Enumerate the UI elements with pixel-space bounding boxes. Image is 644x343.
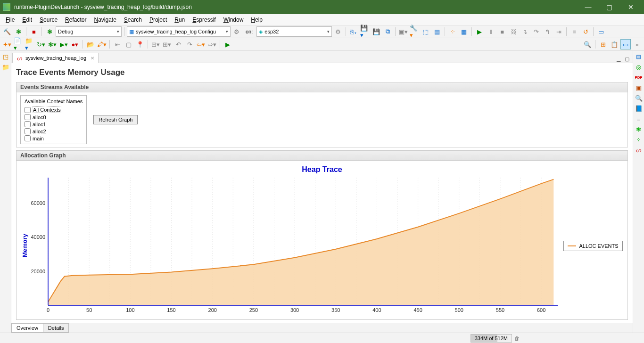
highlight-icon[interactable]: 🖍▾ [97,39,107,49]
target-dropdown[interactable]: ◈esp32 [256,26,332,37]
instr-step-icon[interactable]: ≡ [569,26,579,37]
allocation-chart: 2000040000600000501001502002503003504004… [29,175,562,317]
open-icon[interactable]: 📂 [85,39,96,49]
tool-a-icon[interactable]: ▣▾ [398,26,408,37]
pause-icon[interactable]: ⏸ [486,26,496,37]
svg-text:550: 550 [496,307,504,313]
wrench-icon[interactable]: 🔧▾ [409,26,420,37]
grid-icon[interactable]: ▦ [459,26,469,37]
context-checkbox-all-contexts[interactable]: All Contexts [24,106,83,114]
persp-b-icon[interactable]: 📋 [609,39,619,49]
r-icon-search[interactable]: 🔍 [635,94,643,102]
pin-icon[interactable]: 📍 [135,39,145,49]
disconnect-icon[interactable]: ⛓ [508,26,519,37]
perspective-dropdown[interactable]: Debug [56,26,122,37]
step-x-icon[interactable]: ⇥ [553,26,564,37]
gear2-icon[interactable]: ⚙ [333,26,343,37]
redo-icon[interactable]: ↷ [184,39,195,49]
menu-window[interactable]: Window [220,15,248,24]
search-icon[interactable]: 🔍 [582,39,593,49]
new-file-icon[interactable]: 📄▾ [13,39,24,49]
bug2-icon[interactable]: ❃▾ [47,39,58,49]
menu-search[interactable]: Search [120,15,146,24]
persp-more-icon[interactable]: » [632,39,642,49]
menu-espressif[interactable]: Espressif [189,15,219,24]
binary-icon[interactable]: ⬚ [421,26,431,37]
stop-icon[interactable]: ■ [29,26,39,37]
box-icon[interactable]: ▢ [124,39,134,49]
r-icon-box[interactable]: ▣ [635,84,643,91]
new-proj-icon[interactable]: ✦▾ [2,39,12,49]
save-icon[interactable]: 💾▾ [360,26,370,37]
r-icon-target[interactable]: ◎ [635,63,643,71]
step-return-icon[interactable]: ↰ [542,26,553,37]
left-icon-2[interactable]: 📁 [2,63,9,71]
memory-icon[interactable]: ▤ [432,26,442,37]
heap-status[interactable]: 334M of 512M [471,334,512,343]
close-button[interactable]: ✕ [620,0,641,14]
terminal-icon[interactable]: ▶ [223,39,233,49]
svg-text:300: 300 [290,307,299,313]
left-icon-1[interactable]: ◳ [2,53,9,60]
chart-title: Heap Trace [20,163,624,175]
save-all-icon[interactable]: 💾 [371,26,381,37]
bug-small-icon[interactable]: ❃ [44,26,55,37]
menu-run[interactable]: Run [171,15,189,24]
hammer-icon[interactable]: 🔨 [2,26,12,37]
tab-details[interactable]: Details [43,323,69,333]
r-icon-dots[interactable]: ⁘ [635,136,643,143]
svg-text:60000: 60000 [31,200,45,206]
refresh-graph-button[interactable]: Refresh Graph [93,115,138,124]
persp-open-icon[interactable]: ⊞ [598,39,608,49]
step-into-icon[interactable]: ↴ [520,26,530,37]
gc-button[interactable]: 🗑 [512,335,521,341]
bug-icon[interactable]: ❃ [13,26,24,37]
context-checkbox-main[interactable]: main [24,135,83,142]
resume-icon[interactable]: ▶ [474,26,485,37]
r-icon-pdf[interactable]: PDF [635,74,643,81]
new-icon[interactable]: ⎘▾ [348,26,359,37]
minimize-button[interactable]: — [578,0,599,14]
context-checkbox-alloc1[interactable]: alloc1 [24,121,83,128]
menu-source[interactable]: Source [36,15,61,24]
r-icon-list[interactable]: ≡ [635,115,643,122]
new-folder-icon[interactable]: 📁▾ [25,39,35,49]
launch-config-dropdown[interactable]: ▦sysview_tracing_heap_log Configu [127,26,231,37]
r-icon-outline[interactable]: ⊟ [635,53,643,60]
menu-project[interactable]: Project [146,15,171,24]
undo-icon[interactable]: ↶ [173,39,183,49]
saveall-icon[interactable]: ⧉ [382,26,393,37]
tab-close-icon[interactable]: ✕ [91,56,94,61]
tab-maximize-icon[interactable]: ▢ [623,55,631,63]
expand-icon[interactable]: ⊞▾ [162,39,172,49]
refresh-icon[interactable]: ↻▾ [36,39,46,49]
stop2-icon[interactable]: ■ [497,26,507,37]
editor-tab-active[interactable]: ᔕ sysview_tracing_heap_log ✕ [12,53,99,63]
app-icon [3,3,10,11]
coverage-icon[interactable]: ●▾ [70,39,80,49]
step-over-icon[interactable]: ↷ [531,26,541,37]
persp-icon[interactable]: ▭ [596,26,606,37]
collapse-icon[interactable]: ⊟▾ [150,39,161,49]
r-icon-bug[interactable]: ❃ [635,125,643,133]
menu-navigate[interactable]: Navigate [90,15,120,24]
gear-icon[interactable]: ⚙ [231,26,242,37]
run-icon[interactable]: ▶▾ [58,39,69,49]
nodes-icon[interactable]: ⁘ [447,26,458,37]
maximize-button[interactable]: ▢ [599,0,620,14]
context-checkbox-alloc2[interactable]: alloc2 [24,128,83,135]
fwd-icon[interactable]: ⇨▾ [207,39,217,49]
retarget-icon[interactable]: ↺ [580,26,591,37]
persp-c-icon[interactable]: ▭ [620,39,631,49]
context-checkbox-alloc0[interactable]: alloc0 [24,114,83,121]
menu-file[interactable]: File [2,15,18,24]
back-icon[interactable]: ⇦▾ [196,39,206,49]
tab-overview[interactable]: Overview [11,323,43,333]
tab-minimize-icon[interactable]: ▁ [615,55,622,63]
menu-edit[interactable]: Edit [18,15,36,24]
align-icon[interactable]: ⇤ [112,39,123,49]
r-icon-book[interactable]: 📘 [635,105,643,112]
menu-refactor[interactable]: Refactor [61,15,90,24]
menu-help[interactable]: Help [247,15,266,24]
r-icon-esp[interactable]: ᔕ [635,146,643,154]
